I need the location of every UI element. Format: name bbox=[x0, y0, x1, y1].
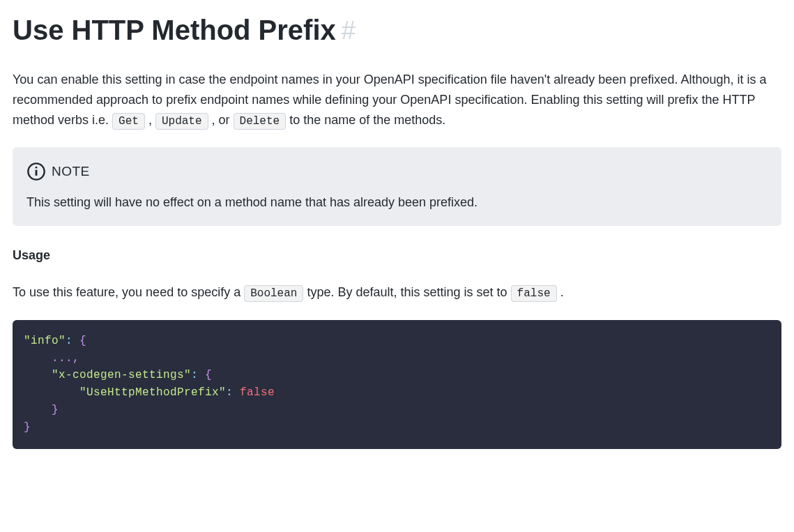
code-line-3: "x-codegen-settings": { bbox=[24, 367, 770, 384]
code-line-5: } bbox=[24, 402, 770, 419]
intro-text-2: to the name of the methods. bbox=[289, 113, 445, 127]
usage-text-1: To use this feature, you need to specify… bbox=[13, 285, 244, 299]
code-line-4: "UseHttpMethodPrefix": false bbox=[24, 384, 770, 402]
intro-paragraph: You can enable this setting in case the … bbox=[13, 70, 781, 130]
code-line-6: } bbox=[24, 419, 770, 436]
code-update: Update bbox=[155, 113, 208, 130]
note-callout: NOTE This setting will have no effect on… bbox=[13, 147, 781, 226]
anchor-icon[interactable]: # bbox=[342, 15, 356, 46]
intro-sep-1: , bbox=[148, 113, 155, 127]
note-label: NOTE bbox=[52, 161, 90, 182]
code-line-2: ..., bbox=[24, 350, 770, 367]
info-icon bbox=[26, 162, 46, 181]
note-header: NOTE bbox=[26, 161, 768, 182]
page-title: Use HTTP Method Prefix # bbox=[13, 13, 356, 47]
usage-paragraph: To use this feature, you need to specify… bbox=[13, 282, 781, 303]
usage-heading: Usage bbox=[13, 245, 781, 266]
svg-point-2 bbox=[36, 167, 38, 169]
intro-sep-2: , or bbox=[212, 113, 234, 127]
note-body: This setting will have no effect on a me… bbox=[26, 192, 768, 213]
code-false: false bbox=[511, 285, 557, 302]
code-line-1: "info": { bbox=[24, 333, 770, 350]
page-title-text: Use HTTP Method Prefix bbox=[13, 13, 336, 47]
code-delete: Delete bbox=[234, 113, 287, 130]
code-boolean: Boolean bbox=[244, 285, 303, 302]
usage-text-3: . bbox=[560, 285, 564, 299]
code-block: "info": { ..., "x-codegen-settings": { "… bbox=[13, 320, 781, 449]
usage-text-2: type. By default, this setting is set to bbox=[307, 285, 510, 299]
code-get: Get bbox=[112, 113, 145, 130]
